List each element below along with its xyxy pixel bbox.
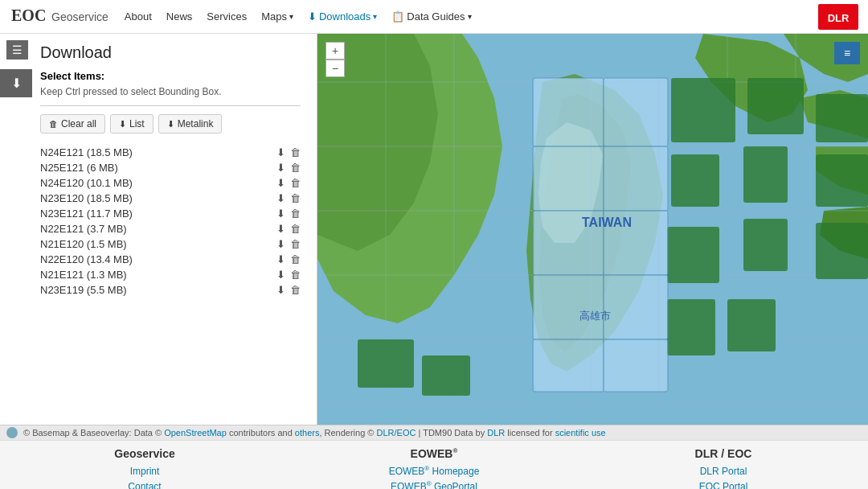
zoom-in-button[interactable]: +: [326, 42, 345, 60]
clear-all-button[interactable]: 🗑 Clear all: [40, 114, 105, 134]
item-download-icon[interactable]: ⬇: [276, 253, 285, 265]
download-list-item: N22E120 (13.4 MB) ⬇ 🗑: [40, 252, 301, 267]
nav-services[interactable]: Services: [207, 10, 247, 23]
item-delete-icon[interactable]: 🗑: [290, 284, 301, 296]
dlr-eoc-link[interactable]: DLR/EOC: [377, 428, 416, 438]
metalink-button[interactable]: ⬇ Metalink: [158, 114, 223, 134]
svg-rect-34: [533, 275, 604, 339]
item-download-icon[interactable]: ⬇: [276, 284, 285, 296]
svg-text:高雄市: 高雄市: [579, 310, 611, 322]
download-list-item: N23E119 (5.5 MB) ⬇ 🗑: [40, 282, 301, 298]
svg-rect-35: [533, 339, 604, 392]
svg-rect-21: [671, 154, 719, 207]
item-download-icon[interactable]: ⬇: [276, 162, 285, 174]
svg-rect-20: [816, 94, 868, 142]
footer-eoc-portal[interactable]: EOC Portal: [595, 479, 852, 489]
map-zoom-controls: + −: [326, 42, 345, 77]
main-content: ☰ ⬇ Download Select Items: Keep Ctrl pre…: [0, 34, 868, 425]
nav-data-guides[interactable]: 📋 Data Guides ▾: [391, 10, 471, 23]
nav-about[interactable]: About: [125, 10, 152, 23]
nav-maps[interactable]: Maps ▾: [261, 10, 293, 23]
footer-eoweb-geoportal[interactable]: EOWEB® GeoPortal: [305, 479, 563, 489]
download-list-item: N24E121 (18.5 MB) ⬇ 🗑: [40, 145, 301, 160]
item-delete-icon[interactable]: 🗑: [290, 146, 301, 158]
sidebar: ☰ ⬇ Download Select Items: Keep Ctrl pre…: [0, 34, 317, 425]
item-delete-icon[interactable]: 🗑: [290, 192, 301, 204]
status-bar: © Basemap & Baseoverlay: Data © OpenStre…: [0, 425, 868, 440]
list-button[interactable]: ⬇ List: [110, 114, 154, 134]
download-item-actions: ⬇ 🗑: [276, 192, 301, 204]
download-item-actions: ⬇ 🗑: [276, 284, 301, 296]
download-item-actions: ⬇ 🗑: [276, 223, 301, 235]
download-item-actions: ⬇ 🗑: [276, 162, 301, 174]
svg-text:DLR: DLR: [828, 12, 850, 24]
main-nav: About News Services Maps ▾ ⬇ Downloads ▾…: [125, 10, 818, 23]
downloads-icon: ⬇: [308, 10, 317, 23]
item-delete-icon[interactable]: 🗑: [290, 253, 301, 265]
item-delete-icon[interactable]: 🗑: [290, 223, 301, 235]
item-delete-icon[interactable]: 🗑: [290, 162, 301, 174]
logo-eoc: EOC: [10, 3, 48, 30]
footer-contact[interactable]: Contact: [16, 479, 273, 489]
item-delete-icon[interactable]: 🗑: [290, 269, 301, 281]
list-lines-icon: ≡: [844, 47, 850, 60]
item-download-icon[interactable]: ⬇: [276, 269, 285, 281]
svg-rect-26: [816, 223, 868, 279]
others-link[interactable]: others: [295, 428, 320, 438]
download-item-name: N21E120 (1.5 MB): [40, 238, 276, 250]
osm-link[interactable]: OpenStreetMap: [164, 428, 227, 438]
logo-geoservice: Geoservice: [51, 10, 108, 23]
item-download-icon[interactable]: ⬇: [276, 177, 285, 189]
sidebar-download-icon[interactable]: ⬇: [0, 69, 32, 97]
sidebar-panel: Download Select Items: Keep Ctrl pressed…: [0, 34, 317, 314]
footer-col-dlr: DLR / EOC DLR Portal EOC Portal: [579, 447, 868, 489]
item-download-icon[interactable]: ⬇: [276, 146, 285, 158]
footer-dlr-portal[interactable]: DLR Portal: [595, 464, 852, 479]
item-download-icon[interactable]: ⬇: [276, 223, 285, 235]
download-icon: ⬇: [11, 76, 22, 91]
svg-rect-36: [604, 78, 668, 146]
svg-rect-18: [671, 78, 735, 142]
svg-text:TAIWAN: TAIWAN: [582, 216, 632, 229]
item-download-icon[interactable]: ⬇: [276, 238, 285, 250]
footer-col-eoweb: EOWEB® EOWEB® Homepage EOWEB® GeoPortal: [289, 447, 579, 489]
divider: [40, 105, 301, 106]
footer-wrapper: © Basemap & Baseoverlay: Data © OpenStre…: [0, 425, 868, 489]
map-list-button[interactable]: ≡: [834, 42, 860, 64]
item-delete-icon[interactable]: 🗑: [290, 177, 301, 189]
svg-rect-40: [604, 339, 668, 392]
item-delete-icon[interactable]: 🗑: [290, 208, 301, 220]
map-container[interactable]: TAIWAN 高雄市 + − ≡: [317, 34, 868, 425]
svg-rect-29: [358, 339, 414, 388]
sidebar-toggle-button[interactable]: ☰: [6, 40, 28, 60]
download-item-name: N23E121 (11.7 MB): [40, 208, 276, 220]
footer-dlr-title: DLR / EOC: [595, 447, 852, 460]
download-item-actions: ⬇ 🗑: [276, 253, 301, 265]
footer-eoweb-homepage[interactable]: EOWEB® Homepage: [305, 464, 563, 479]
logo: EOC Geoservice: [10, 3, 108, 30]
download-item-name: N22E121 (3.7 MB): [40, 223, 276, 235]
svg-rect-39: [604, 275, 668, 339]
download-item-name: N23E119 (5.5 MB): [40, 284, 276, 296]
footer-imprint[interactable]: Imprint: [16, 464, 273, 479]
download-list-item: N21E121 (1.3 MB) ⬇ 🗑: [40, 267, 301, 282]
svg-rect-30: [422, 355, 470, 396]
download-list-item: N24E120 (10.1 MB) ⬇ 🗑: [40, 175, 301, 191]
svg-rect-32: [533, 146, 604, 211]
item-download-icon[interactable]: ⬇: [276, 192, 285, 204]
item-download-icon[interactable]: ⬇: [276, 208, 285, 220]
item-delete-icon[interactable]: 🗑: [290, 238, 301, 250]
osm-icon: [6, 427, 18, 438]
list-icon: ⬇: [119, 119, 126, 129]
zoom-out-button[interactable]: −: [326, 60, 345, 77]
select-items-label: Select Items:: [40, 70, 301, 82]
bounding-box-hint: Keep Ctrl pressed to select Bounding Box…: [40, 86, 301, 97]
scientific-use-link[interactable]: scientific use: [555, 428, 606, 438]
maps-dropdown-arrow: ▾: [289, 12, 293, 21]
dlr-link[interactable]: DLR: [487, 428, 505, 438]
download-list: N24E121 (18.5 MB) ⬇ 🗑 N25E121 (6 MB) ⬇ 🗑…: [40, 145, 301, 298]
nav-news[interactable]: News: [166, 10, 193, 23]
metalink-icon: ⬇: [167, 119, 174, 129]
status-text: © Basemap & Baseoverlay: Data © OpenStre…: [23, 428, 606, 438]
nav-downloads[interactable]: ⬇ Downloads ▾: [308, 10, 377, 23]
